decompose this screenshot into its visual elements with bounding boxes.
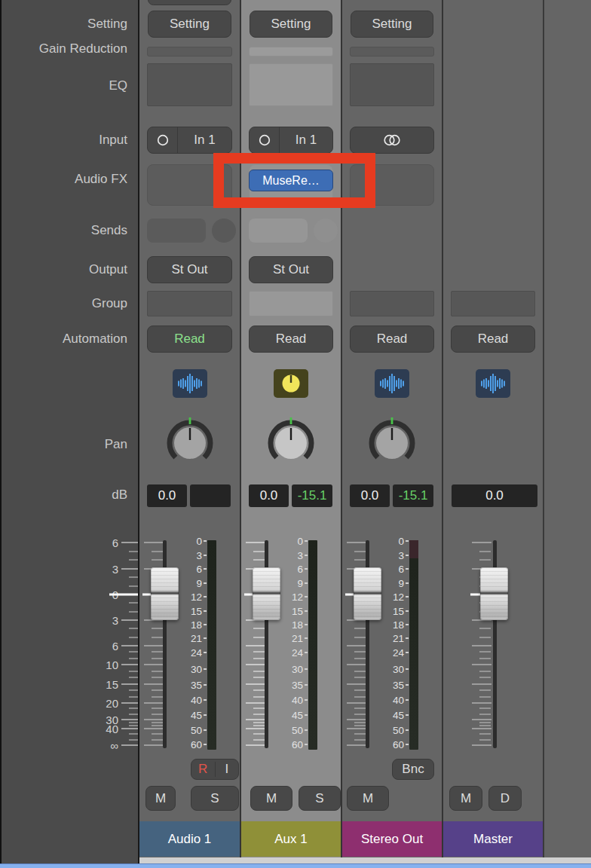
input-button[interactable]: In 1 <box>147 127 232 154</box>
meter-scale-tick <box>204 652 207 653</box>
meter-scale-label: 6 <box>297 564 303 575</box>
pan-knob[interactable] <box>368 417 416 470</box>
fader-scale-minor-tick <box>129 696 138 698</box>
mute-button[interactable]: M <box>347 786 389 811</box>
automation-mode-button[interactable]: Read <box>451 326 535 353</box>
meter-scale-tick <box>204 668 207 670</box>
group-slot[interactable] <box>350 291 434 316</box>
peak-level-value[interactable]: -15.1 <box>292 484 332 507</box>
solo-button[interactable]: S <box>191 786 239 811</box>
meter-scale-tick <box>204 540 207 542</box>
meter-scale-tick <box>305 714 308 716</box>
meter-scale-label: 50 <box>292 725 303 736</box>
input-button[interactable]: In 1 <box>249 127 333 154</box>
fader-scale-tick <box>121 568 138 570</box>
record-input-monitor-buttons[interactable]: R I <box>191 759 239 780</box>
fader-db-scale: 630361015203040∞ <box>2 539 138 751</box>
meter-scale-label: 45 <box>191 710 202 721</box>
meter-scale-tick <box>406 596 409 598</box>
mute-button[interactable]: M <box>449 786 482 811</box>
fader-minor-tick <box>479 551 491 552</box>
fader-scale-tick <box>121 719 138 720</box>
dim-button[interactable]: D <box>488 786 522 811</box>
input-value[interactable]: In 1 <box>280 133 332 148</box>
fader-scale-minor-tick <box>129 689 138 691</box>
meter-scale-tick <box>305 555 308 556</box>
volume-value[interactable]: 0.0 <box>249 484 289 507</box>
meter-scale-label: 24 <box>393 647 404 659</box>
knob-icon[interactable] <box>274 369 308 398</box>
peak-level-value[interactable]: -15.1 <box>393 484 433 507</box>
meter-scale-tick <box>406 540 409 542</box>
meter-scale-tick <box>204 714 207 716</box>
fader-scale-tick <box>121 702 138 704</box>
setting-button[interactable]: Setting <box>351 11 433 38</box>
meter-scale-tick <box>204 729 207 731</box>
fader-tick <box>472 542 491 543</box>
input-button[interactable] <box>350 127 434 154</box>
meter-scale-tick <box>204 699 207 701</box>
mute-button[interactable]: M <box>145 786 176 811</box>
bounce-button[interactable]: Bnc <box>392 759 434 780</box>
fader-scale-minor-tick <box>129 671 138 672</box>
meter-scale-tick <box>305 744 308 745</box>
meter-scale-label: 15 <box>393 606 404 617</box>
label-gain-reduction: Gain Reduction <box>2 41 127 57</box>
meter-scale-tick <box>305 568 308 570</box>
horizontal-scrollbar[interactable] <box>0 863 591 868</box>
label-audio-fx: Audio FX <box>2 172 127 187</box>
channel-name[interactable]: Aux 1 <box>241 821 341 857</box>
input-monitor-button[interactable]: I <box>216 762 239 777</box>
pan-knob[interactable] <box>267 417 315 470</box>
waveform-icon[interactable] <box>173 369 207 398</box>
input-value[interactable]: In 1 <box>178 133 231 148</box>
mono-circle-icon[interactable] <box>148 127 178 153</box>
setting-button[interactable]: Setting <box>148 11 231 38</box>
meter-scale-tick <box>406 744 409 745</box>
channel-name[interactable]: Audio 1 <box>139 821 240 857</box>
record-enable-button[interactable]: R <box>191 762 216 777</box>
clipped-button-top <box>148 0 231 5</box>
meter-scale-label: 3 <box>398 550 404 561</box>
highlight-rectangle <box>213 153 375 208</box>
send-slot[interactable] <box>249 219 308 243</box>
group-slot[interactable] <box>451 291 535 316</box>
meter-scale-label: 40 <box>292 695 303 706</box>
meter-scale-label: 40 <box>393 695 404 706</box>
channel-name[interactable]: Master <box>443 821 543 857</box>
setting-button[interactable]: Setting <box>250 11 332 38</box>
automation-mode-button[interactable]: Read <box>147 326 232 353</box>
send-slot[interactable] <box>147 219 206 243</box>
waveform-icon[interactable] <box>375 369 409 398</box>
fader-cap[interactable] <box>480 567 508 620</box>
output-button[interactable]: St Out <box>147 256 232 283</box>
eq-display[interactable] <box>147 63 232 106</box>
volume-value[interactable]: 0.0 <box>452 484 537 507</box>
group-slot[interactable] <box>249 291 333 316</box>
fader-scale-label: 3 <box>112 563 118 576</box>
fader-scale-tick <box>109 594 138 596</box>
fader-scale-label: ∞ <box>110 739 118 752</box>
channel-name[interactable]: Stereo Out <box>342 821 442 857</box>
solo-button[interactable]: S <box>299 786 341 811</box>
automation-mode-button[interactable]: Read <box>350 326 434 353</box>
volume-value[interactable]: 0.0 <box>147 484 187 507</box>
eq-display[interactable] <box>350 63 434 106</box>
channel-strip-audio-1: Setting In 1 St Out Read 0.0 03691215182… <box>139 0 240 857</box>
pan-knob[interactable] <box>166 417 214 470</box>
waveform-icon[interactable] <box>476 369 510 398</box>
fader-minor-tick <box>479 637 491 638</box>
meter-scale-tick <box>305 610 308 612</box>
eq-display[interactable] <box>249 63 333 106</box>
send-knob[interactable] <box>212 219 236 243</box>
group-slot[interactable] <box>147 291 232 316</box>
mute-button[interactable]: M <box>250 786 292 811</box>
peak-level-value[interactable] <box>190 484 231 507</box>
volume-value[interactable]: 0.0 <box>350 484 390 507</box>
output-button[interactable]: St Out <box>249 256 333 283</box>
meter-scale-label: 3 <box>196 550 202 561</box>
meter-scale-label: 3 <box>297 550 303 561</box>
automation-mode-button[interactable]: Read <box>249 326 333 353</box>
send-knob[interactable] <box>314 219 338 243</box>
mono-circle-icon[interactable] <box>250 127 280 153</box>
